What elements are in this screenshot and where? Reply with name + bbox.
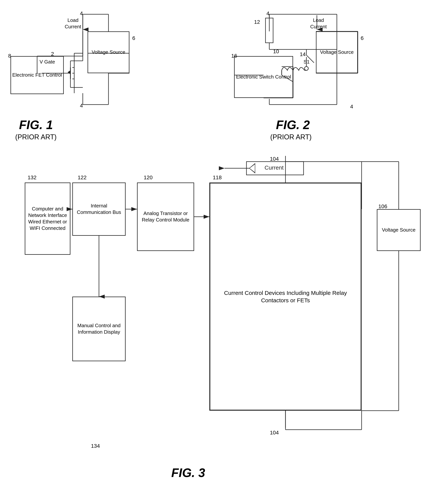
fig1-fet-box: Electronic FET Control xyxy=(10,56,64,94)
fig1-voltage-source: Voltage Source xyxy=(88,31,129,73)
fig2-voltage-source: Voltage Source xyxy=(316,31,358,73)
fig2-label-10: 10 xyxy=(273,49,279,54)
fig3-computer-network: Computer and Network Interface Wired Eth… xyxy=(25,182,70,255)
fig1-label-6: 6 xyxy=(132,35,135,41)
fig1-label-4-top: 4 xyxy=(80,10,83,17)
svg-marker-62 xyxy=(249,163,255,173)
fig3-title: FIG. 3 xyxy=(171,466,205,480)
fig3-label-118: 118 xyxy=(213,175,222,180)
fig1-label-4-bot: 4 xyxy=(80,103,83,109)
fig2-switch-box: Electronic Switch Control xyxy=(234,56,293,98)
fig1-subtitle: (PRIOR ART) xyxy=(15,133,57,141)
fig2-label-12: 12 xyxy=(254,19,260,25)
fig2-label-6: 6 xyxy=(361,35,364,41)
fig1-title: FIG. 1 xyxy=(19,118,53,132)
fig2-label-14: 14 xyxy=(300,51,306,57)
fig3-analog-transistor: Analog Transistor or Relay Control Modul… xyxy=(137,182,194,251)
fig2-subtitle: (PRIOR ART) xyxy=(270,133,312,141)
fig3-internal-comm: Internal Communication Bus xyxy=(72,182,126,236)
fig1-load-current-label: LoadCurrent xyxy=(65,17,81,30)
svg-rect-60 xyxy=(246,162,304,175)
fig3-manual-control: Manual Control and Information Display xyxy=(72,297,126,361)
fig2-load-current-label: LoadCurrent xyxy=(310,17,327,30)
fig3-label-122: 122 xyxy=(78,175,87,180)
fig3-label-120: 120 xyxy=(144,175,153,180)
svg-marker-16 xyxy=(68,70,70,74)
fig3-label-134: 134 xyxy=(91,443,100,449)
fig2-s1: S1 xyxy=(304,59,310,65)
fig2-label-16: 16 xyxy=(231,53,237,59)
fig3-label-106: 106 xyxy=(378,203,387,210)
svg-marker-65 xyxy=(249,164,255,173)
fig3-current-control: Current Control Devices Including Multip… xyxy=(209,182,362,411)
svg-rect-36 xyxy=(266,18,273,43)
fig1-label-8: 8 xyxy=(8,53,11,59)
fig1-label-2: 2 xyxy=(51,51,54,57)
fig2-label-4-top: 4 xyxy=(266,10,270,17)
fig3-label-104-top: 104 xyxy=(270,156,279,162)
fig3-voltage-source: Voltage Source xyxy=(377,209,421,251)
svg-point-39 xyxy=(305,67,308,70)
diagram-container: 4 Voltage Source 6 4 Electronic FET Cont… xyxy=(0,0,448,504)
fig3-label-132: 132 xyxy=(28,175,37,180)
fig3-label-104-bot: 104 xyxy=(270,430,279,436)
fig2-label-4-bot: 4 xyxy=(350,104,353,110)
fig2-title: FIG. 2 xyxy=(276,118,310,132)
fig1-vgate: V Gate xyxy=(39,59,55,65)
svg-rect-63 xyxy=(255,164,301,173)
svg-text:Current: Current xyxy=(265,164,284,171)
